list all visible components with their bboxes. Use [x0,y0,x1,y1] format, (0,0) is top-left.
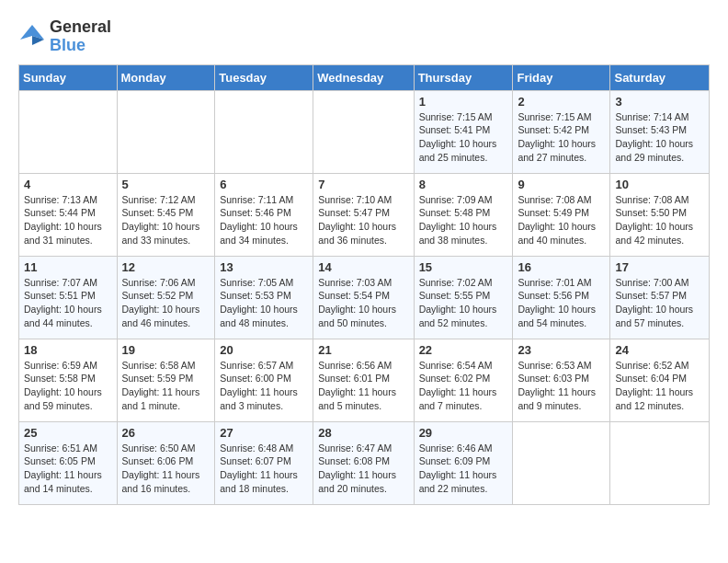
calendar-cell: 1Sunrise: 7:15 AMSunset: 5:41 PMDaylight… [414,90,513,173]
logo: GeneralBlue [18,18,111,55]
day-info: Sunrise: 7:01 AMSunset: 5:56 PMDaylight:… [518,276,605,330]
calendar-cell [313,90,414,173]
calendar-cell: 26Sunrise: 6:50 AMSunset: 6:06 PMDayligh… [117,421,215,504]
calendar-cell [19,90,118,173]
day-info: Sunrise: 7:15 AMSunset: 5:42 PMDaylight:… [518,110,605,165]
calendar-cell: 28Sunrise: 6:47 AMSunset: 6:08 PMDayligh… [313,421,414,504]
logo-bird-icon [18,23,46,51]
calendar-cell: 20Sunrise: 6:57 AMSunset: 6:00 PMDayligh… [215,339,313,421]
day-number: 27 [220,426,308,440]
day-number: 26 [122,426,210,440]
day-info: Sunrise: 6:47 AMSunset: 6:08 PMDaylight:… [318,442,408,496]
calendar-cell: 4Sunrise: 7:13 AMSunset: 5:44 PMDaylight… [19,173,118,256]
column-header-saturday: Saturday [610,64,710,90]
day-number: 16 [518,260,605,274]
day-info: Sunrise: 7:14 AMSunset: 5:43 PMDaylight:… [615,110,704,165]
day-number: 11 [24,260,112,274]
day-info: Sunrise: 7:00 AMSunset: 5:57 PMDaylight:… [615,276,704,330]
day-number: 23 [518,343,605,357]
calendar-week-row: 25Sunrise: 6:51 AMSunset: 6:05 PMDayligh… [19,421,710,504]
logo-text: GeneralBlue [50,18,111,55]
day-number: 9 [518,178,605,191]
day-number: 20 [220,343,308,357]
calendar-cell: 6Sunrise: 7:11 AMSunset: 5:46 PMDaylight… [215,173,313,256]
day-number: 4 [24,178,112,191]
calendar-cell: 13Sunrise: 7:05 AMSunset: 5:53 PMDayligh… [215,256,313,339]
calendar-cell: 3Sunrise: 7:14 AMSunset: 5:43 PMDaylight… [610,90,710,173]
day-info: Sunrise: 6:57 AMSunset: 6:00 PMDaylight:… [220,359,308,413]
calendar-cell: 2Sunrise: 7:15 AMSunset: 5:42 PMDaylight… [513,90,610,173]
calendar-table: SundayMondayTuesdayWednesdayThursdayFrid… [18,64,710,505]
calendar-cell: 21Sunrise: 6:56 AMSunset: 6:01 PMDayligh… [313,339,414,421]
day-number: 22 [419,343,508,357]
day-info: Sunrise: 6:58 AMSunset: 5:59 PMDaylight:… [122,359,210,413]
calendar-cell: 17Sunrise: 7:00 AMSunset: 5:57 PMDayligh… [610,256,710,339]
calendar-cell [513,421,610,504]
day-number: 29 [419,426,508,440]
calendar-week-row: 1Sunrise: 7:15 AMSunset: 5:41 PMDaylight… [19,90,710,173]
day-info: Sunrise: 6:52 AMSunset: 6:04 PMDaylight:… [615,359,704,413]
day-info: Sunrise: 7:08 AMSunset: 5:50 PMDaylight:… [615,193,704,247]
calendar-cell: 5Sunrise: 7:12 AMSunset: 5:45 PMDaylight… [117,173,215,256]
column-header-monday: Monday [117,64,215,90]
day-number: 14 [318,260,408,274]
day-number: 17 [615,260,704,274]
day-number: 15 [419,260,508,274]
calendar-cell: 27Sunrise: 6:48 AMSunset: 6:07 PMDayligh… [215,421,313,504]
day-info: Sunrise: 7:12 AMSunset: 5:45 PMDaylight:… [122,193,210,247]
day-info: Sunrise: 7:15 AMSunset: 5:41 PMDaylight:… [419,110,508,165]
day-number: 1 [419,95,508,109]
day-info: Sunrise: 6:48 AMSunset: 6:07 PMDaylight:… [220,442,308,496]
day-info: Sunrise: 7:07 AMSunset: 5:51 PMDaylight:… [24,276,112,330]
calendar-cell: 10Sunrise: 7:08 AMSunset: 5:50 PMDayligh… [610,173,710,256]
day-number: 2 [518,95,605,109]
day-info: Sunrise: 7:05 AMSunset: 5:53 PMDaylight:… [220,276,308,330]
calendar-cell: 18Sunrise: 6:59 AMSunset: 5:58 PMDayligh… [19,339,118,421]
day-number: 6 [220,178,308,191]
calendar-week-row: 18Sunrise: 6:59 AMSunset: 5:58 PMDayligh… [19,339,710,421]
calendar-cell [610,421,710,504]
day-info: Sunrise: 6:59 AMSunset: 5:58 PMDaylight:… [24,359,112,413]
calendar-cell: 12Sunrise: 7:06 AMSunset: 5:52 PMDayligh… [117,256,215,339]
calendar-cell: 25Sunrise: 6:51 AMSunset: 6:05 PMDayligh… [19,421,118,504]
calendar-cell: 15Sunrise: 7:02 AMSunset: 5:55 PMDayligh… [414,256,513,339]
day-number: 8 [419,178,508,191]
day-info: Sunrise: 7:06 AMSunset: 5:52 PMDaylight:… [122,276,210,330]
calendar-cell: 14Sunrise: 7:03 AMSunset: 5:54 PMDayligh… [313,256,414,339]
day-info: Sunrise: 6:50 AMSunset: 6:06 PMDaylight:… [122,442,210,496]
calendar-cell: 8Sunrise: 7:09 AMSunset: 5:48 PMDaylight… [414,173,513,256]
calendar-cell: 23Sunrise: 6:53 AMSunset: 6:03 PMDayligh… [513,339,610,421]
day-info: Sunrise: 7:11 AMSunset: 5:46 PMDaylight:… [220,193,308,247]
day-number: 7 [318,178,408,191]
calendar-cell [215,90,313,173]
day-number: 3 [615,95,704,109]
day-number: 12 [122,260,210,274]
calendar-cell: 11Sunrise: 7:07 AMSunset: 5:51 PMDayligh… [19,256,118,339]
column-header-friday: Friday [513,64,610,90]
day-number: 18 [24,343,112,357]
calendar-cell: 16Sunrise: 7:01 AMSunset: 5:56 PMDayligh… [513,256,610,339]
day-info: Sunrise: 6:54 AMSunset: 6:02 PMDaylight:… [419,359,508,413]
calendar-cell: 9Sunrise: 7:08 AMSunset: 5:49 PMDaylight… [513,173,610,256]
calendar-week-row: 4Sunrise: 7:13 AMSunset: 5:44 PMDaylight… [19,173,710,256]
day-info: Sunrise: 6:46 AMSunset: 6:09 PMDaylight:… [419,442,508,496]
day-info: Sunrise: 7:03 AMSunset: 5:54 PMDaylight:… [318,276,408,330]
day-number: 28 [318,426,408,440]
calendar-cell: 29Sunrise: 6:46 AMSunset: 6:09 PMDayligh… [414,421,513,504]
day-number: 13 [220,260,308,274]
calendar-cell: 19Sunrise: 6:58 AMSunset: 5:59 PMDayligh… [117,339,215,421]
calendar-week-row: 11Sunrise: 7:07 AMSunset: 5:51 PMDayligh… [19,256,710,339]
calendar-cell: 24Sunrise: 6:52 AMSunset: 6:04 PMDayligh… [610,339,710,421]
day-info: Sunrise: 7:02 AMSunset: 5:55 PMDaylight:… [419,276,508,330]
column-header-sunday: Sunday [19,64,118,90]
day-number: 21 [318,343,408,357]
day-number: 19 [122,343,210,357]
column-header-thursday: Thursday [414,64,513,90]
column-header-tuesday: Tuesday [215,64,313,90]
calendar-cell: 22Sunrise: 6:54 AMSunset: 6:02 PMDayligh… [414,339,513,421]
day-number: 25 [24,426,112,440]
day-number: 24 [615,343,704,357]
day-info: Sunrise: 6:56 AMSunset: 6:01 PMDaylight:… [318,359,408,413]
day-info: Sunrise: 6:53 AMSunset: 6:03 PMDaylight:… [518,359,605,413]
day-info: Sunrise: 7:08 AMSunset: 5:49 PMDaylight:… [518,193,605,247]
